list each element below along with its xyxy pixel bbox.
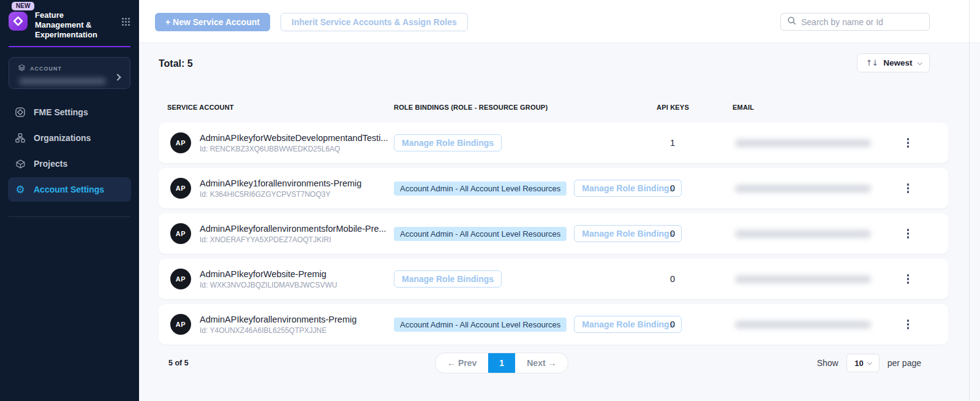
service-account-id: Id: RENCKBZ3XQ6UBBWWEDKD25L6AQ (200, 145, 388, 153)
row-menu-button[interactable] (903, 180, 913, 197)
toolbar: + New Service Account Inherit Service Ac… (139, 0, 980, 43)
show-label: Show (817, 358, 839, 368)
layers-icon (18, 63, 26, 74)
fme-logo-icon (9, 12, 28, 31)
service-account-id: Id: XNOERAFYYA5XPDEZ7AOQTJKIRI (200, 235, 386, 244)
role-bindings-cell: Account Admin - All Account Level Resour… (394, 316, 657, 333)
table-header: SERVICE ACCOUNT ROLE BINDINGS (ROLE - RE… (159, 104, 948, 111)
service-account-name: AdminAPIkeyforWebsite-Premig (200, 269, 337, 279)
avatar: AP (170, 132, 191, 153)
email-cell (733, 139, 903, 147)
new-badge: NEW (12, 2, 34, 10)
sidebar-item-label: FME Settings (34, 107, 88, 117)
page-size-value: 10 (854, 359, 863, 368)
manage-role-bindings-button[interactable]: Manage Role Bindings (394, 134, 502, 151)
row-menu-button[interactable] (903, 316, 913, 333)
kebab-icon (907, 274, 910, 284)
api-keys-count: 0 (657, 183, 733, 193)
chevron-down-icon (917, 60, 922, 65)
avatar: AP (170, 223, 191, 244)
search-box (780, 13, 930, 31)
next-page-button[interactable]: Next → (515, 353, 568, 373)
email-cell (733, 321, 903, 329)
gear-icon: ⚙ (15, 183, 26, 196)
email-cell (733, 275, 903, 283)
api-keys-count: 1 (657, 138, 733, 148)
inherit-service-accounts-button[interactable]: Inherit Service Accounts & Assign Roles (281, 13, 468, 31)
sidebar: NEW Feature Management & Experimentation (0, 0, 139, 401)
service-account-id: Id: K364HIC5RI6GZGYCPVST7NOQ3Y (200, 190, 361, 199)
sort-value: Newest (883, 58, 912, 67)
sidebar-divider (9, 216, 130, 217)
table-row: AP AdminAPIkey1forallenvironments-Premig… (159, 168, 948, 208)
cube-icon (15, 159, 26, 169)
sidebar-item-projects[interactable]: Projects (8, 151, 131, 176)
result-count: 5 of 5 (168, 353, 189, 373)
new-service-account-button[interactable]: + New Service Account (155, 13, 270, 31)
column-role-bindings: ROLE BINDINGS (ROLE - RESOURCE GROUP) (394, 104, 657, 111)
sidebar-item-label: Organizations (34, 133, 91, 143)
role-bindings-cell: Manage Role Bindings (394, 134, 657, 151)
total-count: Total: 5 (159, 43, 948, 69)
avatar: AP (170, 314, 191, 335)
role-bindings-cell: Account Admin - All Account Level Resour… (394, 180, 657, 197)
current-page-button[interactable]: 1 (488, 353, 515, 373)
sidebar-item-organizations[interactable]: Organizations (8, 126, 131, 150)
chevron-right-icon (115, 71, 120, 82)
sidebar-item-label: Projects (34, 159, 67, 169)
service-account-name: AdminAPIkeyforWebsiteDevelopmentandTesti… (200, 133, 388, 143)
service-account-name: AdminAPIkey1forallenvironments-Premig (200, 178, 361, 188)
service-account-cell: AP AdminAPIkeyforWebsite-Premig Id: WXK3… (159, 269, 394, 289)
sidebar-item-fme-settings[interactable]: FME Settings (8, 100, 131, 124)
email-redacted (735, 321, 871, 329)
row-menu-button[interactable] (903, 270, 913, 288)
column-service-account: SERVICE ACCOUNT (159, 104, 394, 111)
sidebar-menu: FME Settings Organizations (0, 100, 139, 202)
search-input[interactable] (801, 17, 923, 27)
column-api-keys: API KEYS (657, 104, 733, 111)
avatar: AP (170, 178, 191, 199)
email-redacted (735, 185, 871, 193)
table-row: AP AdminAPIkeyforallenvironments-Premig … (159, 304, 948, 345)
account-name-redacted (19, 78, 106, 85)
service-account-list: Total: 5 SERVICE ACCOUNT ROLE BINDINGS (… (159, 43, 948, 375)
fme-settings-icon (15, 107, 26, 118)
api-keys-count: 0 (657, 319, 733, 329)
row-menu-button[interactable] (903, 225, 913, 242)
sidebar-item-account-settings[interactable]: ⚙ Account Settings (8, 177, 131, 202)
main-panel: + New Service Account Inherit Service Ac… (139, 0, 980, 401)
email-cell (733, 185, 903, 193)
app-switcher-icon[interactable] (121, 17, 130, 29)
role-badge: Account Admin - All Account Level Resour… (394, 181, 567, 196)
kebab-icon (907, 229, 910, 239)
email-redacted (735, 275, 871, 283)
brand-block: NEW Feature Management & Experimentation (0, 0, 139, 40)
role-bindings-cell: Account Admin - All Account Level Resour… (394, 225, 657, 242)
table-row: AP AdminAPIkeyforWebsiteDevelopmentandTe… (159, 123, 948, 163)
service-account-cell: AP AdminAPIkeyforWebsiteDevelopmentandTe… (159, 132, 394, 153)
product-title: Feature Management & Experimentation (35, 7, 104, 40)
service-account-name: AdminAPIkeyforallenvironments-Premig (200, 315, 356, 324)
role-badge: Account Admin - All Account Level Resour… (394, 227, 567, 241)
prev-page-button[interactable]: ← Prev (435, 353, 488, 373)
page-size-select[interactable]: 10 (846, 354, 880, 372)
email-cell (733, 230, 903, 238)
service-account-cell: AP AdminAPIkeyforallenvironmentsforMobil… (159, 223, 394, 244)
service-account-cell: AP AdminAPIkey1forallenvironments-Premig… (159, 178, 394, 199)
service-account-cell: AP AdminAPIkeyforallenvironments-Premig … (159, 314, 394, 335)
role-bindings-cell: Manage Role Bindings (394, 270, 657, 288)
sort-arrows-icon: ↑↓ (865, 58, 878, 67)
email-redacted (735, 230, 871, 238)
api-keys-count: 0 (657, 229, 733, 239)
api-keys-count: 0 (657, 274, 733, 284)
panel-edge-divider (969, 0, 970, 401)
pagination-bar: 5 of 5 ← Prev 1 Next → Show 10 per page (159, 353, 948, 375)
account-label: ACCOUNT (30, 66, 62, 72)
manage-role-bindings-button[interactable]: Manage Role Bindings (394, 270, 502, 288)
account-switcher[interactable]: ACCOUNT (9, 57, 130, 89)
table-row: AP AdminAPIkeyforallenvironmentsforMobil… (159, 213, 948, 254)
kebab-icon (907, 183, 910, 193)
service-account-name: AdminAPIkeyforallenvironmentsforMobile-P… (200, 224, 386, 234)
sort-dropdown[interactable]: ↑↓ Newest (857, 53, 930, 72)
row-menu-button[interactable] (903, 134, 913, 151)
